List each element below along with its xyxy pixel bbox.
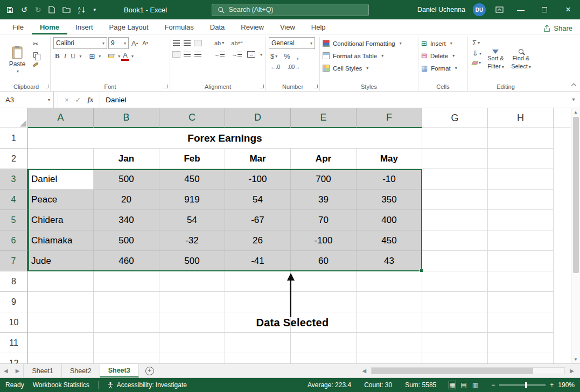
cell-a5[interactable]: Chidera [28, 210, 94, 230]
page-layout-view-icon[interactable]: ▤ [461, 381, 467, 389]
cell-h7[interactable] [488, 251, 554, 271]
font-name-combo[interactable]: Calibri▾ [53, 37, 107, 49]
number-dialog-launcher-icon[interactable] [314, 85, 318, 88]
zoom-level[interactable]: 190% [558, 381, 575, 389]
column-header-e[interactable]: E [291, 108, 357, 128]
zoom-slider[interactable] [499, 384, 546, 386]
tab-insert[interactable]: Insert [67, 20, 101, 34]
cell[interactable] [225, 292, 291, 312]
cell-h3[interactable] [488, 169, 554, 190]
average-status[interactable]: Average: 223.4 [308, 381, 351, 389]
sum-status[interactable]: Sum: 5585 [405, 381, 436, 389]
cell[interactable] [488, 271, 554, 292]
align-left-icon[interactable] [173, 52, 180, 57]
column-header-d[interactable]: D [225, 108, 291, 128]
cell[interactable] [291, 292, 357, 312]
zoom-in-icon[interactable]: + [550, 381, 554, 389]
align-center-icon[interactable] [184, 52, 191, 57]
new-sheet-icon[interactable]: + [145, 367, 154, 375]
cell[interactable] [94, 271, 159, 292]
cell[interactable] [225, 353, 291, 364]
cell[interactable] [422, 333, 488, 353]
row-header-10[interactable]: 10 [0, 312, 28, 333]
cell[interactable] [488, 312, 554, 333]
cell[interactable] [422, 271, 488, 292]
cell[interactable] [291, 271, 357, 292]
merge-center-icon[interactable]: ↔ [247, 51, 255, 58]
horizontal-scroll-thumb[interactable] [372, 368, 533, 374]
cell[interactable] [28, 292, 94, 312]
sheet-nav-right-icon[interactable]: ▶ [12, 364, 24, 377]
open-folder-icon[interactable] [62, 6, 71, 13]
search-box[interactable]: Search (Alt+Q) [212, 4, 369, 16]
sort-az-icon[interactable]: AZ [78, 6, 86, 13]
page-break-view-icon[interactable]: ▥ [472, 381, 478, 389]
increase-decimal-icon[interactable]: ←.0 [269, 63, 282, 71]
row-header-5[interactable]: 5 [0, 210, 28, 230]
workbook-statistics-button[interactable]: Workbook Statistics [33, 381, 89, 389]
cell-c7[interactable]: 500 [159, 251, 225, 271]
cell-a6[interactable]: Chiamaka [28, 230, 94, 251]
row-header-1[interactable]: 1 [0, 128, 28, 149]
undo-icon[interactable]: ↺ [21, 5, 27, 14]
autosum-icon[interactable]: Σ▾ [471, 38, 483, 47]
count-status[interactable]: Count: 30 [364, 381, 392, 389]
formula-input[interactable]: Daniel [100, 92, 567, 108]
cell[interactable] [357, 312, 422, 333]
underline-dropdown-icon[interactable]: ▾ [79, 54, 81, 59]
fill-color-dropdown-icon[interactable]: ▾ [118, 54, 120, 59]
tab-data[interactable]: Data [202, 20, 233, 34]
cell[interactable] [225, 333, 291, 353]
insert-cells-button[interactable]: ⊞ Insert▾ [421, 37, 465, 50]
expand-formula-bar-icon[interactable]: ▼ [567, 92, 580, 108]
cell[interactable] [357, 353, 422, 364]
row-header-12[interactable]: 12 [0, 353, 28, 364]
tab-formulas[interactable]: Formulas [157, 20, 202, 34]
sheet-tab-sheet3[interactable]: Sheet3 [100, 364, 139, 377]
cell[interactable] [422, 312, 488, 333]
cell-b2[interactable]: Jan [94, 149, 159, 169]
cell-e6[interactable]: -100 [291, 230, 357, 251]
decrease-decimal-icon[interactable]: .00→ [286, 63, 302, 71]
zoom-slider-thumb[interactable] [525, 382, 527, 388]
cell-f2[interactable]: May [357, 149, 422, 169]
hscroll-left-icon[interactable]: ◀ [359, 368, 371, 374]
cell-g7[interactable] [422, 251, 488, 271]
cell-a3-active[interactable]: Daniel [28, 169, 94, 190]
cell-d2[interactable]: Mar [225, 149, 291, 169]
format-as-table-button[interactable]: Format as Table▾ [323, 50, 415, 62]
row-header-8[interactable]: 8 [0, 271, 28, 292]
cell-b6[interactable]: 500 [94, 230, 159, 251]
alignment-dialog-launcher-icon[interactable] [260, 85, 264, 88]
qat-customize-chevron-icon[interactable]: ▾ [93, 7, 96, 12]
sheet-nav-left-icon[interactable]: ◀ [0, 364, 12, 377]
font-dialog-launcher-icon[interactable] [164, 85, 168, 88]
cell[interactable] [357, 271, 422, 292]
italic-icon[interactable]: I [62, 51, 68, 61]
fill-down-icon[interactable]: ⇩▾ [471, 49, 483, 58]
row-header-6[interactable]: 6 [0, 230, 28, 251]
cell-e3[interactable]: 700 [291, 169, 357, 190]
cell-a2[interactable] [28, 149, 94, 169]
cell-title-a1-f1[interactable]: Forex Earnings [28, 128, 422, 149]
cell-e7[interactable]: 60 [291, 251, 357, 271]
cell-a4[interactable]: Peace [28, 190, 94, 210]
cell-styles-button[interactable]: Cell Styles▾ [323, 62, 415, 74]
tab-help[interactable]: Help [303, 20, 334, 34]
confirm-entry-icon[interactable]: ✓ [75, 96, 81, 104]
format-cells-button[interactable]: ▦ Format▾ [421, 62, 465, 74]
new-file-icon[interactable] [48, 6, 55, 13]
cell-b5[interactable]: 340 [94, 210, 159, 230]
orientation-icon[interactable]: ab▾ [213, 39, 226, 47]
column-header-c[interactable]: C [159, 108, 225, 128]
ribbon-display-options-icon[interactable] [495, 6, 504, 13]
cell-g2[interactable] [422, 149, 488, 169]
conditional-formatting-button[interactable]: Conditional Formatting▾ [323, 37, 415, 50]
align-bottom-icon[interactable] [194, 40, 201, 46]
row-header-2[interactable]: 2 [0, 149, 28, 169]
cell[interactable] [159, 353, 225, 364]
wrap-text-icon[interactable]: ab↩ [229, 39, 244, 47]
format-painter-icon[interactable] [30, 61, 41, 68]
cell-h6[interactable] [488, 230, 554, 251]
fill-color-icon[interactable] [107, 53, 116, 59]
